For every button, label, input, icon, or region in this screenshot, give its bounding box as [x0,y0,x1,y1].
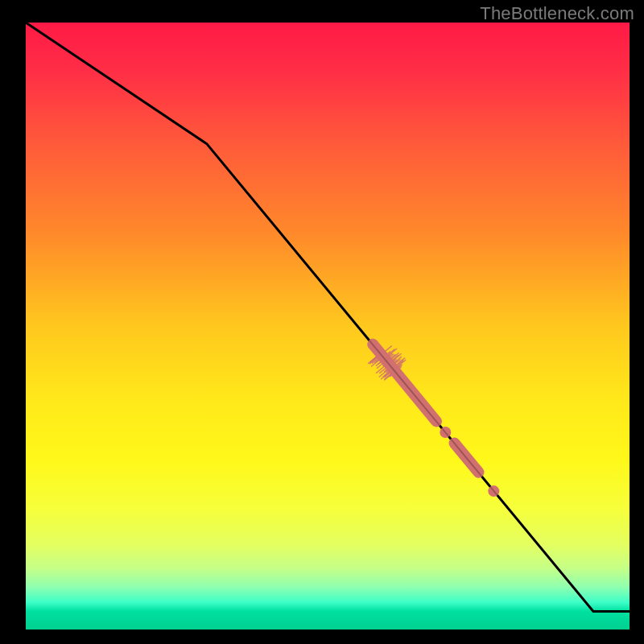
chart-canvas [0,0,644,644]
plot-area [26,23,630,630]
chart-root: TheBottleneck.com [0,0,644,644]
